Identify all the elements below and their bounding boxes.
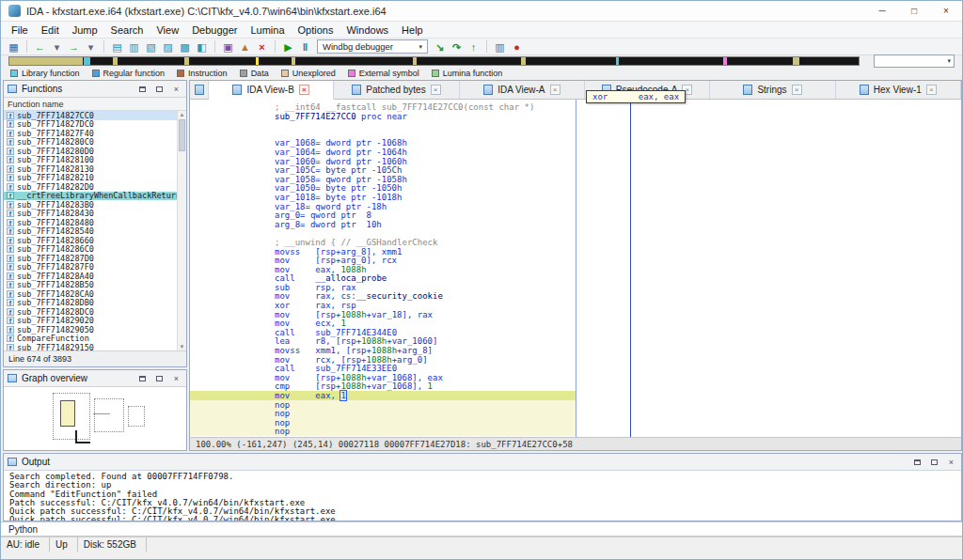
function-list-item[interactable]: fsub_7FF714829150 bbox=[4, 343, 177, 350]
python-input[interactable] bbox=[45, 522, 962, 536]
scrollbar-thumb[interactable] bbox=[179, 119, 185, 151]
legend-label: Regular function bbox=[103, 69, 166, 78]
function-list-item[interactable]: fsub_7FF714828DC0 bbox=[4, 307, 177, 317]
tab-close-icon[interactable]: × bbox=[792, 85, 802, 95]
names-window-icon[interactable]: ▨ bbox=[160, 39, 176, 54]
navigate-forward-icon[interactable]: → bbox=[66, 39, 82, 54]
function-list-item[interactable]: fsub_7FF714828480 bbox=[4, 218, 177, 227]
views-icon[interactable] bbox=[190, 81, 209, 99]
function-list-item[interactable]: fsub_7FF714828430 bbox=[4, 210, 177, 219]
minimize-button[interactable]: ─ bbox=[866, 1, 898, 22]
panel-restore-icon[interactable] bbox=[911, 457, 924, 468]
save-icon[interactable]: ▦ bbox=[6, 39, 22, 54]
function-list-item[interactable]: fsub_7FF714828B50 bbox=[4, 281, 177, 290]
menu-windows[interactable]: Windows bbox=[339, 23, 395, 37]
enums-window-icon[interactable]: ▥ bbox=[126, 39, 142, 54]
panel-restore-icon[interactable] bbox=[136, 84, 149, 95]
menu-debugger[interactable]: Debugger bbox=[185, 23, 244, 37]
scroll-down-icon[interactable]: ▼ bbox=[178, 343, 186, 350]
function-list-item[interactable]: fsub_7FF7148283B0 bbox=[4, 200, 177, 210]
graph-overview-canvas[interactable] bbox=[4, 387, 186, 450]
close-button[interactable]: × bbox=[930, 1, 962, 22]
segments-window-icon[interactable]: ▧ bbox=[143, 39, 159, 54]
function-list-item[interactable]: fsub_7FF714828CA0 bbox=[4, 289, 177, 299]
debugger-selector[interactable]: Windbg debugger▾ bbox=[317, 39, 428, 54]
functions-column-header[interactable]: Function name bbox=[4, 98, 186, 111]
step-over-icon[interactable]: ↷ bbox=[449, 39, 465, 54]
pause-process-icon[interactable]: ‖ bbox=[297, 39, 313, 54]
step-into-icon[interactable]: ↘ bbox=[432, 39, 448, 54]
function-list-item[interactable]: fsub_7FF7148280C0 bbox=[4, 138, 177, 148]
tab-close-icon[interactable]: × bbox=[926, 85, 937, 95]
navigate-forward-history-icon[interactable]: ▾ bbox=[83, 39, 99, 54]
function-list-item[interactable]: fsub_7FF714827CC0 bbox=[4, 111, 177, 120]
scroll-up-icon[interactable]: ▲ bbox=[178, 111, 186, 118]
structures-window-icon[interactable]: ▤ bbox=[109, 39, 125, 54]
run-until-return-icon[interactable]: ↑ bbox=[466, 39, 482, 54]
navigate-back-history-icon[interactable]: ▾ bbox=[49, 39, 65, 54]
function-list-item[interactable]: fsub_7FF714828540 bbox=[4, 227, 177, 237]
tab-ida-view-a[interactable]: IDA View-A× bbox=[460, 81, 585, 99]
function-list-item[interactable]: fsub_7FF7148287D0 bbox=[4, 254, 177, 263]
navband-segment bbox=[113, 57, 118, 65]
navband-zoom-select[interactable]: ▾ bbox=[874, 54, 955, 68]
panel-restore-icon[interactable] bbox=[136, 373, 149, 384]
tab-strings[interactable]: Strings× bbox=[710, 81, 835, 99]
function-list-item[interactable]: fsub_7FF714828100 bbox=[4, 156, 177, 165]
navigate-back-icon[interactable]: ← bbox=[32, 39, 48, 54]
navigation-band[interactable] bbox=[8, 56, 860, 66]
function-list-item[interactable]: fsub_7FF714827DC0 bbox=[4, 120, 177, 130]
function-list-item[interactable]: fsub_7FF7148287F0 bbox=[4, 263, 177, 272]
panel-float-icon[interactable] bbox=[928, 457, 940, 468]
tab-ida-view-b[interactable]: IDA View-B× bbox=[209, 81, 334, 100]
menu-jump[interactable]: Jump bbox=[66, 23, 104, 37]
function-list-item[interactable]: fsub_7FF714829020 bbox=[4, 317, 177, 326]
function-list-item[interactable]: fsub_7FF714829050 bbox=[4, 325, 177, 334]
function-list-item[interactable]: fsub_7FF7148286C0 bbox=[4, 245, 177, 255]
output-log[interactable]: Search completed. Found at 00007FF714FF0… bbox=[4, 471, 961, 521]
function-list-item[interactable]: fsub_7FF7148280D0 bbox=[4, 147, 177, 156]
function-list-item[interactable]: fsub_7FF714828660 bbox=[4, 236, 177, 245]
function-list-item[interactable]: fsub_7FF714828210 bbox=[4, 174, 177, 183]
function-list-item[interactable]: fsub_7FF714828130 bbox=[4, 164, 177, 174]
menu-lumina[interactable]: Lumina bbox=[244, 23, 291, 37]
cancel-icon[interactable]: × bbox=[254, 39, 270, 54]
function-list-item[interactable]: fCompareFunction bbox=[4, 334, 177, 344]
tab-close-icon[interactable]: × bbox=[299, 85, 309, 95]
functions-scrollbar[interactable]: ▲ ▼ bbox=[177, 111, 186, 350]
menu-file[interactable]: File bbox=[5, 23, 35, 37]
function-list-item[interactable]: fsub_7FF714827F40 bbox=[4, 129, 177, 138]
menu-view[interactable]: View bbox=[150, 23, 185, 37]
tab-close-icon[interactable]: × bbox=[431, 85, 441, 95]
breakpoints-icon[interactable]: ● bbox=[509, 39, 525, 54]
graph-viewport-rect[interactable] bbox=[60, 400, 75, 427]
maximize-button[interactable]: □ bbox=[898, 1, 930, 22]
function-list-item[interactable]: fsub_7FF714828A40 bbox=[4, 272, 177, 281]
functions-panel-header[interactable]: Functions × bbox=[4, 81, 186, 98]
patch-program-icon[interactable]: ▲ bbox=[237, 39, 253, 54]
tab-patched-bytes[interactable]: Patched bytes× bbox=[334, 81, 459, 99]
debugger-windows-icon[interactable]: ▥ bbox=[492, 39, 508, 54]
menu-search[interactable]: Search bbox=[104, 23, 150, 37]
function-list-item[interactable]: f__crtFreeLibraryWhenCallbackReturns bbox=[4, 192, 177, 201]
panel-float-icon[interactable] bbox=[153, 373, 166, 384]
menu-edit[interactable]: Edit bbox=[35, 23, 66, 37]
cli-language-label[interactable]: Python bbox=[8, 524, 38, 535]
function-list-item[interactable]: fsub_7FF7148282D0 bbox=[4, 182, 177, 192]
graph-overview-header[interactable]: Graph overview × bbox=[4, 370, 186, 387]
functions-window-icon[interactable]: ▩ bbox=[177, 39, 193, 54]
tab-hex-view-1[interactable]: Hex View-1× bbox=[836, 81, 961, 99]
panel-close-icon[interactable]: × bbox=[945, 457, 957, 468]
start-process-icon[interactable]: ▶ bbox=[280, 39, 296, 54]
tab-close-icon[interactable]: × bbox=[550, 85, 560, 95]
menu-options[interactable]: Options bbox=[292, 23, 340, 37]
snapshot-icon[interactable]: ▣ bbox=[220, 39, 236, 54]
output-panel-header[interactable]: Output × bbox=[4, 454, 961, 471]
panel-close-icon[interactable]: × bbox=[170, 373, 182, 384]
panel-close-icon[interactable]: × bbox=[170, 84, 182, 95]
disassembly-code[interactable]: ; __int64 __fastcall sub_7FF714E27CC0(co… bbox=[190, 100, 961, 437]
panel-float-icon[interactable] bbox=[153, 84, 166, 95]
menu-help[interactable]: Help bbox=[395, 23, 430, 37]
strings-window-icon[interactable]: ◧ bbox=[194, 39, 210, 54]
function-list-item[interactable]: fsub_7FF714828DB0 bbox=[4, 299, 177, 308]
